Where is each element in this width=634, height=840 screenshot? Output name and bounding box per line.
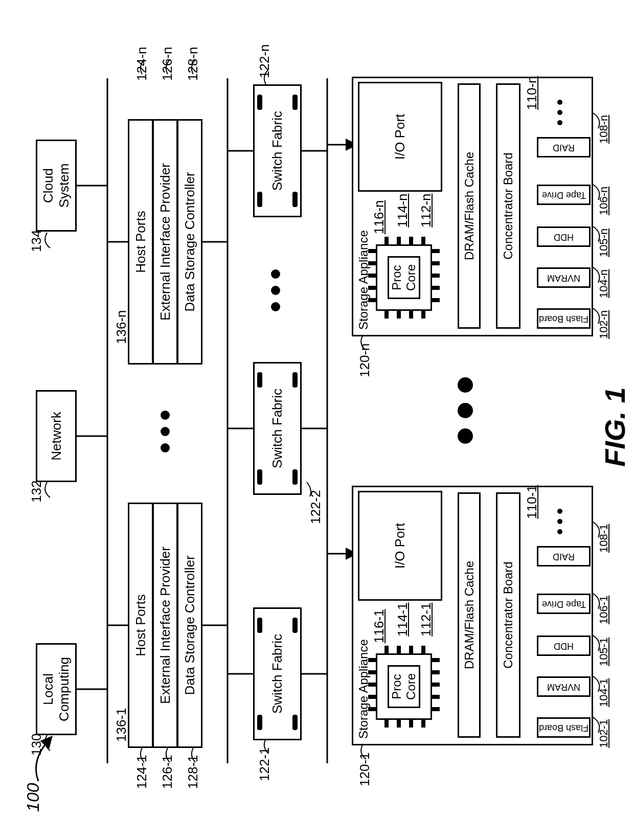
chip-pin [431,683,440,687]
dsc-left: Data Storage Controller [177,503,202,748]
dsc-right: Data Storage Controller [177,119,202,365]
ref-128-1: 128-1 [185,755,201,789]
chip-pin [384,237,389,246]
host-ports-left: Host Ports [128,503,153,748]
ref-136-n: 136-n [114,310,129,345]
ref-104-1: 104-1 [597,678,610,707]
ref-120-1: 120-1 [357,753,373,787]
ellipsis-dot [271,269,280,279]
dram-cache-right: DRAM/Flash Cache [458,83,481,329]
chip-pin [368,261,377,265]
chip-pin [409,718,413,728]
chip-pin [421,309,425,319]
chip-pin [431,670,440,674]
ref-102-1: 102-1 [597,719,610,748]
ref-116-1: 116-1 [371,609,387,644]
dev-nvram-right: NVRAM [537,267,591,288]
chip-pin [397,237,401,246]
ref-126-1: 126-1 [160,755,175,789]
ref-110-1: 110-1 [524,485,540,519]
chip-pin [384,309,389,319]
chip-pin [431,695,440,699]
chip-pin [409,237,413,246]
network-box: Network [36,390,77,482]
ref-112-1: 112-1 [418,603,434,637]
ref-124-1: 124-1 [134,755,150,789]
ref-105-n: 105-n [597,229,610,257]
ref-116-n: 116-n [371,200,387,235]
notch [292,372,298,388]
ref-114-1: 114-1 [395,603,411,637]
ref-110-n: 110-n [524,76,540,110]
dev-raid-left: RAID [537,546,591,566]
notch [257,95,262,110]
chip-pin [368,658,377,662]
notch [257,618,262,633]
ref-108-1: 108-1 [597,524,610,553]
dev-nvram-left: NVRAM [537,676,591,697]
ext-if-right: External Interface Provider [152,119,178,365]
ref-120-n: 120-n [357,344,373,378]
dev-raid-right: RAID [537,137,591,157]
chip-pin [397,646,401,655]
ref-130: 130 [29,734,44,756]
ref-124-n: 124-n [134,47,150,81]
dev-tape-drive-right: Tape Drive [537,185,591,205]
chip-pin [397,718,401,728]
ref-105-1: 105-1 [597,638,610,666]
notch [257,715,262,730]
ref-126-n: 126-n [160,47,175,81]
ellipsis-dot [271,302,280,311]
local-computing-box: Local Computing [36,643,77,735]
chip-pin [368,298,377,302]
chip-pin [431,707,440,711]
notch [292,192,298,207]
chip-pin [431,261,440,265]
dev-hdd-right: HDD [537,226,591,247]
ext-if-left: External Interface Provider [152,503,178,748]
ellipsis-dot [557,110,562,115]
ellipsis-dot [557,100,562,105]
chip-pin [421,718,425,728]
ellipsis-dot [557,529,562,534]
io-port-left: I/O Port [358,491,442,601]
ref-114-n: 114-n [395,194,411,228]
cloud-system-box: Cloud System [36,140,77,232]
ellipsis-dot [458,377,473,393]
notch [292,715,298,730]
chip-pin [368,286,377,290]
ref-106-n: 106-n [597,187,610,215]
host-ports-right: Host Ports [128,119,153,365]
dev-flash-board-right: Flash Board [537,308,591,329]
ref-106-1: 106-1 [597,596,610,624]
ref-122-1: 122-1 [257,747,273,782]
io-port-right: I/O Port [358,82,442,192]
ref-136-1: 136-1 [114,708,129,742]
ref-112-n: 112-n [418,194,434,228]
ref-122-2: 122-2 [308,490,324,525]
ref-134: 134 [29,230,44,252]
figure-ref-100: 100 [23,783,43,812]
ellipsis-dot [161,443,170,452]
ellipsis-dot [458,428,473,444]
dram-cache-left: DRAM/Flash Cache [458,492,481,738]
notch [292,469,298,485]
diagram-stage: 100 Local Computing 130 Network 132 Clou… [0,0,634,840]
proc-core-inner [388,665,420,708]
chip-pin [384,718,389,728]
ref-132: 132 [29,481,44,503]
figure-title: FIG. 1 [598,387,631,467]
chip-pin [368,670,377,674]
notch [257,469,262,485]
ellipsis-dot [557,120,562,125]
notch [292,618,298,633]
chip-pin [368,274,377,278]
chip-pin [368,695,377,699]
chip-pin [384,646,389,655]
chip-pin [421,646,425,655]
ref-128-n: 128-n [185,47,201,81]
ref-108-n: 108-n [597,115,610,144]
ellipsis-dot [557,509,562,514]
ref-102-n: 102-n [597,310,610,339]
ellipsis-dot [161,411,170,420]
